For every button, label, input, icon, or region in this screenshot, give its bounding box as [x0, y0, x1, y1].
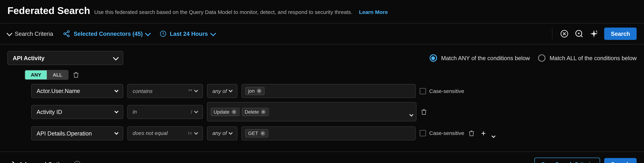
checkbox-icon: [420, 130, 426, 136]
search-button-footer[interactable]: Search: [604, 158, 637, 163]
match-any-radio[interactable]: Match ANY of the conditions below: [430, 54, 530, 62]
value-input[interactable]: GET✕: [242, 126, 416, 140]
field-select[interactable]: Actor.User.Name: [31, 84, 123, 98]
divider: [552, 28, 552, 40]
svg-point-12: [597, 32, 597, 33]
chevron-down-icon: [194, 88, 198, 92]
condition-row: Actor.User.Namecontains**any ofjon✕Case-…: [31, 84, 636, 98]
toggle-any[interactable]: ANY: [25, 70, 47, 79]
chevron-down-icon: [409, 113, 413, 117]
value-input[interactable]: Update✕Delete✕: [207, 102, 416, 121]
match-any-label: Match ANY of the conditions below: [441, 55, 530, 61]
page-title: Federated Search: [8, 5, 90, 17]
operator-select[interactable]: contains**: [127, 84, 203, 98]
checkbox-icon: [420, 88, 426, 94]
field-select[interactable]: API Details.Operation: [31, 126, 123, 140]
chevron-down-icon: [114, 130, 118, 135]
value-chip: Update✕: [211, 108, 240, 116]
quantifier-select[interactable]: any of: [207, 84, 238, 98]
field-value: Activity ID: [36, 108, 62, 115]
time-range-selector[interactable]: Last 24 Hours: [160, 31, 215, 37]
delete-row-button[interactable]: [468, 130, 475, 136]
toggle-all[interactable]: ALL: [47, 70, 68, 79]
search-star-icon: [575, 29, 584, 38]
quantifier-value: any of: [212, 130, 227, 136]
operator-select[interactable]: does not equal!=: [127, 126, 203, 140]
search-criteria-label: Search Criteria: [15, 31, 53, 37]
search-toolbar: Search Criteria Selected Connectors (45)…: [0, 23, 644, 45]
delete-group-button[interactable]: [72, 72, 79, 78]
value-input[interactable]: jon✕: [242, 84, 416, 98]
footer-bar: Advanced Options i Save Search Criteria …: [0, 152, 644, 163]
operator-symbol: !=: [188, 130, 192, 136]
chevron-down-icon: [6, 30, 12, 36]
chip-label: Update: [214, 109, 230, 115]
connectors-label: Selected Connectors (45): [74, 31, 142, 37]
trash-icon: [468, 130, 475, 136]
page-subtitle: Use this federated search based on the Q…: [94, 9, 352, 15]
chevron-down-icon: [114, 88, 118, 92]
zoom-button[interactable]: [575, 29, 584, 38]
advanced-options-label: Advanced Options: [19, 161, 70, 163]
trash-icon: [72, 72, 79, 78]
condition-group: ANY ALL Actor.User.Namecontains**any ofj…: [17, 70, 636, 141]
search-button[interactable]: Search: [604, 28, 637, 40]
activity-type-select[interactable]: API Activity: [8, 51, 123, 65]
quantifier-value: any of: [212, 88, 227, 94]
clear-button[interactable]: [560, 29, 569, 38]
operator-symbol: /: [191, 109, 192, 115]
chip-remove-icon[interactable]: ✕: [257, 89, 262, 93]
case-sensitive-checkbox[interactable]: Case-sensitive: [420, 130, 464, 136]
svg-point-0: [68, 31, 69, 33]
chevron-down-icon: [492, 134, 496, 138]
case-sensitive-label: Case-sensitive: [429, 130, 464, 136]
value-chip: jon✕: [245, 87, 264, 95]
add-row-button[interactable]: [479, 129, 488, 138]
svg-line-10: [581, 36, 583, 37]
chip-remove-icon[interactable]: ✕: [260, 131, 265, 136]
value-chip: Delete✕: [242, 108, 269, 116]
group-any-all-toggle[interactable]: ANY ALL: [25, 70, 68, 80]
chevron-right-icon: [10, 161, 16, 163]
activity-type-value: API Activity: [13, 55, 44, 61]
save-criteria-button[interactable]: Save Search Criteria: [534, 158, 600, 163]
more-options-button[interactable]: [492, 126, 495, 141]
case-sensitive-checkbox[interactable]: Case-sensitive: [420, 88, 464, 94]
operator-select[interactable]: in/: [127, 105, 203, 119]
svg-point-1: [64, 33, 66, 35]
connectors-selector[interactable]: Selected Connectors (45): [63, 30, 150, 37]
chevron-down-icon: [228, 88, 232, 92]
info-icon: i: [74, 161, 80, 163]
criteria-panel: API Activity Match ANY of the conditions…: [0, 45, 644, 152]
svg-point-2: [68, 35, 69, 37]
chip-label: Delete: [245, 109, 259, 115]
delete-row-button[interactable]: [420, 108, 427, 115]
plus-icon: [480, 130, 487, 136]
sparkle-icon: [590, 29, 598, 38]
field-select[interactable]: Activity ID: [31, 105, 123, 119]
chip-remove-icon[interactable]: ✕: [261, 109, 266, 114]
chip-label: GET: [248, 130, 258, 136]
ai-assist-button[interactable]: [590, 29, 598, 38]
svg-point-11: [596, 31, 597, 32]
page-header: Federated Search Use this federated sear…: [0, 0, 644, 23]
chevron-down-icon: [113, 55, 119, 60]
radio-icon: [430, 54, 437, 62]
chevron-down-icon: [145, 30, 151, 36]
advanced-options-toggle[interactable]: Advanced Options i: [11, 161, 80, 163]
time-range-label: Last 24 Hours: [170, 31, 208, 37]
clock-icon: [160, 31, 166, 37]
chevron-down-icon: [194, 130, 198, 135]
search-criteria-toggle[interactable]: Search Criteria: [8, 31, 53, 37]
chip-remove-icon[interactable]: ✕: [232, 109, 236, 114]
svg-line-3: [66, 32, 68, 33]
match-all-radio[interactable]: Match ALL of the conditions below: [538, 54, 636, 62]
field-value: API Details.Operation: [36, 130, 92, 136]
svg-line-4: [66, 34, 68, 36]
operator-value: does not equal: [133, 130, 168, 136]
share-icon: [63, 30, 70, 37]
condition-row: API Details.Operationdoes not equal!=any…: [31, 126, 636, 141]
case-sensitive-label: Case-sensitive: [429, 88, 464, 94]
learn-more-link[interactable]: Learn More: [359, 9, 388, 15]
quantifier-select[interactable]: any of: [207, 126, 238, 140]
